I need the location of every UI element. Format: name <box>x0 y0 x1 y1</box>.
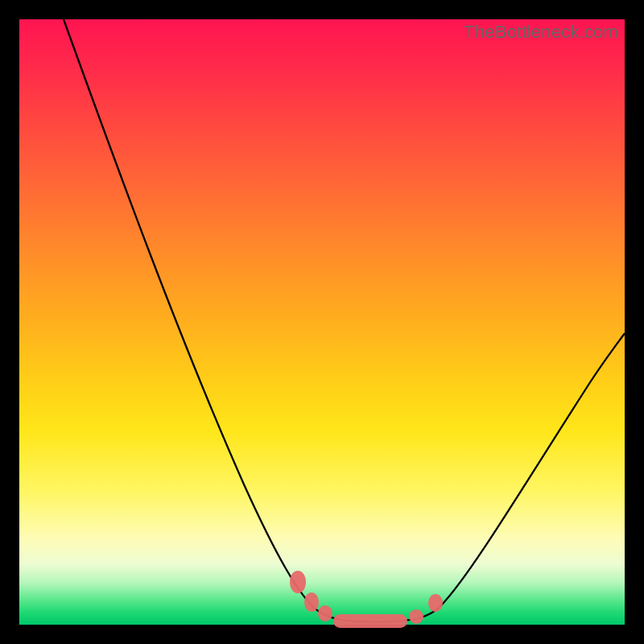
bottleneck-curve <box>64 19 625 621</box>
curve-layer <box>19 19 625 625</box>
chart-frame: TheBottleneck.com <box>0 0 644 644</box>
basin-markers <box>290 571 443 628</box>
plot-area: TheBottleneck.com <box>19 19 625 625</box>
marker-point <box>428 594 443 612</box>
marker-point <box>409 609 423 624</box>
marker-point <box>290 571 306 593</box>
marker-capsule <box>333 614 407 628</box>
marker-point <box>304 592 319 612</box>
marker-point <box>318 605 332 621</box>
